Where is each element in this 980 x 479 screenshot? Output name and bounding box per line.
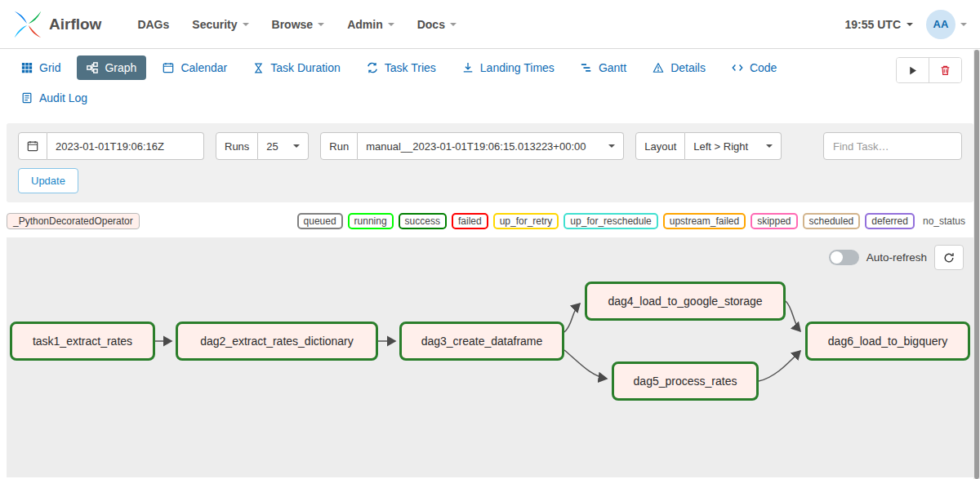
task-node-task1_extract_rates[interactable]: task1_extract_rates (10, 322, 155, 361)
tab-label: Graph (105, 61, 136, 74)
nav-item-admin[interactable]: Admin (347, 18, 394, 31)
status-badge-up_for_retry[interactable]: up_for_retry (493, 213, 559, 229)
base-date-group: 2023-01-01T19:06:16Z (18, 132, 204, 160)
status-badge-success[interactable]: success (399, 213, 447, 229)
tab-landing-times[interactable]: Landing Times (452, 55, 564, 80)
status-badge-failed[interactable]: failed (452, 213, 488, 229)
find-task-input[interactable] (823, 132, 962, 160)
tab-audit-log[interactable]: Audit Log (11, 86, 97, 110)
layout-select[interactable]: Left > Right (685, 132, 782, 160)
auto-refresh-label: Auto-refresh (866, 251, 927, 264)
tab-grid[interactable]: Grid (11, 55, 70, 80)
chevron-down-icon (608, 144, 615, 148)
chevron-down-icon (766, 144, 773, 148)
edge-dag3_create_dataframe-to-dag4_load_to_google_storage (564, 304, 580, 332)
user-menu[interactable]: AA (926, 10, 967, 39)
nav-item-browse[interactable]: Browse (272, 18, 325, 31)
delete-dag-button[interactable] (929, 58, 961, 82)
refresh-button[interactable] (934, 245, 964, 270)
auto-refresh-toggle[interactable] (829, 250, 859, 265)
run-group: Run manual__2023-01-01T19:06:15.013223+0… (320, 132, 624, 160)
tab-task-duration[interactable]: Task Duration (243, 55, 350, 80)
tab-label: Calendar (180, 61, 227, 74)
view-tabs: GridGraphCalendarTask DurationTask Tries… (0, 49, 980, 117)
task-node-dag6_load_to_bigquery[interactable]: dag6_load_to_bigquery (805, 322, 970, 361)
tab-code[interactable]: Code (722, 55, 786, 80)
base-date-input[interactable]: 2023-01-01T19:06:16Z (47, 132, 204, 160)
vertical-scrollbar[interactable] (973, 50, 980, 479)
run-select[interactable]: manual__2023-01-01T19:06:15.013223+00:00 (358, 132, 624, 160)
run-select-value: manual__2023-01-01T19:06:15.013223+00:00 (366, 140, 586, 153)
status-badge-deferred[interactable]: deferred (865, 213, 915, 229)
play-icon (907, 65, 918, 76)
tab-label: Code (750, 61, 777, 74)
tabs-row-1: GridGraphCalendarTask DurationTask Tries… (11, 55, 969, 80)
tab-label: Grid (39, 61, 60, 74)
chevron-down-icon (293, 144, 300, 148)
edge-dag3_create_dataframe-to-dag5_process_rates (564, 350, 607, 379)
task-node-dag5_process_rates[interactable]: dag5_process_rates (612, 361, 759, 401)
status-badge-up_for_reschedule[interactable]: up_for_reschedule (564, 213, 657, 229)
status-badge-scheduled[interactable]: scheduled (803, 213, 861, 229)
tab-calendar[interactable]: Calendar (153, 55, 237, 80)
tab-graph[interactable]: Graph (77, 55, 146, 80)
nav-item-docs[interactable]: Docs (417, 18, 457, 31)
toggle-knob (831, 251, 843, 264)
navbar: Airflow DAGsSecurityBrowseAdminDocs 19:5… (0, 0, 980, 49)
status-badge-no_status[interactable]: no_status (920, 213, 969, 229)
brand[interactable]: Airflow (13, 10, 101, 39)
code-icon (732, 62, 743, 73)
scrollbar-thumb[interactable] (974, 50, 979, 479)
trash-icon (940, 64, 951, 76)
nav-item-label: Security (192, 18, 237, 31)
task-node-dag2_extract_rates_dictionary[interactable]: dag2_extract_rates_dictionary (176, 322, 378, 361)
edge-dag5_process_rates-to-dag6_load_to_bigquery (759, 351, 800, 381)
task-node-dag3_create_dataframe[interactable]: dag3_create_dataframe (399, 322, 564, 361)
audit-log-icon (21, 92, 33, 104)
chevron-down-icon (906, 23, 913, 26)
nav-item-dags[interactable]: DAGs (137, 18, 169, 31)
legend-row: _PythonDecoratedOperator queuedrunningsu… (7, 213, 969, 229)
nav-item-security[interactable]: Security (192, 18, 248, 31)
tab-label: Task Tries (385, 61, 436, 74)
avatar: AA (926, 10, 956, 39)
update-button[interactable]: Update (18, 168, 78, 193)
chevron-down-icon (243, 23, 249, 26)
landing-icon (462, 62, 474, 73)
status-badge-queued[interactable]: queued (297, 213, 343, 229)
runs-select[interactable]: 25 (258, 132, 309, 160)
chevron-down-icon (450, 23, 457, 26)
calendar-icon (163, 62, 174, 73)
chevron-down-icon (318, 23, 324, 26)
runs-select-value: 25 (266, 140, 278, 153)
hourglass-icon (253, 63, 264, 73)
dag-actions (896, 57, 962, 83)
graph-icon (87, 62, 98, 73)
tab-task-tries[interactable]: Task Tries (357, 55, 446, 80)
autorefresh-controls: Auto-refresh (829, 245, 964, 270)
trigger-dag-button[interactable] (897, 58, 929, 82)
timezone-dropdown[interactable]: 19:55 UTC (845, 18, 913, 31)
filter-panel: 2023-01-01T19:06:16Z Runs 25 Run manual_… (7, 123, 973, 202)
layout-group: Layout Left > Right (635, 132, 782, 160)
nav-items: DAGsSecurityBrowseAdminDocs (137, 18, 457, 31)
dag-graph: Auto-refresh task1_extract_ratesdag2_ext… (7, 237, 973, 477)
tab-gantt[interactable]: Gantt (571, 55, 636, 80)
warning-icon (653, 62, 664, 73)
filter-row: 2023-01-01T19:06:16Z Runs 25 Run manual_… (18, 132, 962, 160)
task-node-dag4_load_to_google_storage[interactable]: dag4_load_to_google_storage (585, 282, 786, 321)
status-badge-skipped[interactable]: skipped (751, 213, 797, 229)
status-badge-upstream_failed[interactable]: upstream_failed (663, 213, 746, 229)
tabs-row-2: Audit Log (11, 86, 969, 110)
calendar-icon (27, 140, 38, 152)
tab-details[interactable]: Details (643, 55, 715, 80)
calendar-button[interactable] (18, 132, 47, 160)
grid-icon (21, 62, 33, 73)
tab-label: Landing Times (480, 61, 555, 74)
airflow-logo-icon (13, 10, 42, 39)
status-badge-running[interactable]: running (348, 213, 394, 229)
chevron-down-icon (960, 23, 967, 26)
run-label: Run (320, 132, 358, 160)
operator-legend-badge[interactable]: _PythonDecoratedOperator (7, 213, 140, 229)
gantt-icon (581, 62, 592, 73)
